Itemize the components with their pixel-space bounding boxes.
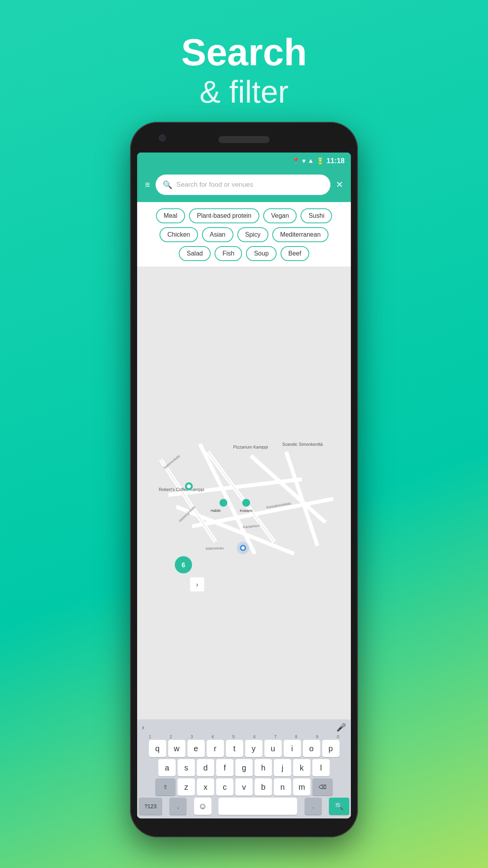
map-label-roberts: Robert's Coffee Kamppi (159, 487, 204, 492)
key-m[interactable]: m (293, 778, 310, 796)
keyboard-row-2: a s d f g h j k l (139, 759, 349, 776)
filter-chips-section: Meal Plant-based protein Vegan Sushi Chi… (137, 202, 351, 267)
header-section: Search & filter (181, 31, 307, 111)
key-e[interactable]: e (187, 740, 205, 757)
chip-plant-based[interactable]: Plant-based protein (189, 208, 259, 223)
key-l[interactable]: l (312, 759, 330, 776)
num-1: 1 (141, 734, 160, 739)
chip-spicy[interactable]: Spicy (237, 227, 268, 242)
key-b[interactable]: b (255, 778, 272, 796)
chip-beef[interactable]: Beef (281, 246, 309, 261)
num-0: 0 (328, 734, 347, 739)
key-v[interactable]: v (235, 778, 253, 796)
key-q[interactable]: q (149, 740, 166, 757)
chip-soup[interactable]: Soup (246, 246, 276, 261)
main-title-filter: & filter (181, 73, 307, 111)
chip-salad[interactable]: Salad (179, 246, 211, 261)
num-3: 3 (182, 734, 201, 739)
location-icon: 📍 (292, 157, 300, 165)
chip-fish[interactable]: Fish (215, 246, 242, 261)
search-bar[interactable]: 🔍 Search for food or venues (156, 175, 330, 195)
key-p[interactable]: p (322, 740, 339, 757)
battery-icon: 🔋 (316, 157, 324, 165)
num-5: 5 (224, 734, 243, 739)
num-2: 2 (161, 734, 180, 739)
user-location-center (242, 546, 245, 550)
signal-icon: ▲ (308, 157, 314, 164)
chip-mediterranean[interactable]: Mediterranean (272, 227, 328, 242)
numbers-key[interactable]: ?123 (139, 798, 162, 815)
phone-top-bar (137, 129, 351, 153)
chip-sushi[interactable]: Sushi (301, 208, 332, 223)
chip-meal[interactable]: Meal (156, 208, 185, 223)
key-d[interactable]: d (197, 759, 214, 776)
chip-chicken[interactable]: Chicken (160, 227, 198, 242)
phone-camera (159, 134, 166, 142)
key-c[interactable]: c (216, 778, 233, 796)
key-u[interactable]: u (264, 740, 282, 757)
shift-key[interactable]: ⇧ (155, 778, 176, 796)
backspace-key[interactable]: ⌫ (312, 778, 333, 796)
keyboard-bottom-row: ?123 , ☺ . 🔍 (139, 798, 349, 815)
map-pin-1-inner (187, 484, 191, 488)
close-button[interactable]: ✕ (336, 180, 343, 190)
key-n[interactable]: n (274, 778, 291, 796)
expand-icon: › (196, 581, 198, 588)
key-h[interactable]: h (255, 759, 272, 776)
keyboard-collapse-icon[interactable]: › (142, 723, 144, 732)
chip-vegan[interactable]: Vegan (263, 208, 297, 223)
num-4: 4 (203, 734, 222, 739)
emoji-key[interactable]: ☺ (194, 798, 211, 815)
key-s[interactable]: s (178, 759, 195, 776)
key-f[interactable]: f (216, 759, 233, 776)
map-pin-kuwano[interactable] (242, 499, 250, 507)
phone-screen: 📍 ▾ ▲ 🔋 11:18 ≡ 🔍 Search for food or ven… (137, 153, 351, 818)
comma-key[interactable]: , (169, 798, 187, 815)
phone-speaker (218, 136, 270, 143)
cluster-count: 6 (182, 562, 185, 568)
map-pin-habibi[interactable] (220, 499, 227, 507)
key-o[interactable]: o (303, 740, 320, 757)
key-r[interactable]: r (207, 740, 224, 757)
chip-asian[interactable]: Asian (202, 227, 233, 242)
map-label-scandic: Scandic Simonkenttä (282, 442, 323, 447)
key-k[interactable]: k (293, 759, 310, 776)
map-area[interactable]: Pizzarium Kamppi Scandic Simonkenttä Rob… (137, 267, 351, 719)
key-w[interactable]: w (168, 740, 185, 757)
status-time: 11:18 (327, 157, 345, 165)
map-label-pizzarium: Pizzarium Kamppi (233, 445, 268, 449)
search-input[interactable]: Search for food or venues (176, 181, 253, 189)
search-keyboard-key[interactable]: 🔍 (329, 798, 349, 815)
keyboard-row-3: ⇧ z x c v b n m ⌫ (139, 778, 349, 796)
keyboard-area: › 🎤 1 2 3 4 5 6 7 8 9 0 (137, 719, 351, 818)
hamburger-menu-icon[interactable]: ≡ (145, 180, 150, 189)
num-8: 8 (287, 734, 306, 739)
num-7: 7 (266, 734, 285, 739)
map-label-habibi: Habibi (211, 509, 220, 513)
key-j[interactable]: j (274, 759, 291, 776)
key-t[interactable]: t (226, 740, 243, 757)
map-street-malminkatu: Malminkatu (205, 546, 224, 551)
map-label-kuwano: Kuwano (240, 509, 252, 513)
phone-mockup: 📍 ▾ ▲ 🔋 11:18 ≡ 🔍 Search for food or ven… (130, 122, 358, 837)
keyboard-top-row: › 🎤 (139, 723, 349, 734)
status-bar: 📍 ▾ ▲ 🔋 11:18 (137, 153, 351, 169)
app-header: ≡ 🔍 Search for food or venues ✕ (137, 169, 351, 202)
search-icon: 🔍 (163, 180, 172, 189)
key-i[interactable]: i (284, 740, 301, 757)
num-9: 9 (308, 734, 327, 739)
period-key[interactable]: . (305, 798, 322, 815)
key-y[interactable]: y (245, 740, 262, 757)
key-g[interactable]: g (235, 759, 253, 776)
status-icons: 📍 ▾ ▲ 🔋 11:18 (292, 157, 345, 165)
key-a[interactable]: a (158, 759, 176, 776)
space-key[interactable] (218, 798, 297, 815)
keyboard-mic-icon[interactable]: 🎤 (336, 723, 346, 732)
wifi-icon: ▾ (302, 157, 305, 165)
keyboard-row-1: q w e r t y u i o p (139, 740, 349, 757)
num-6: 6 (245, 734, 264, 739)
keyboard-number-row: 1 2 3 4 5 6 7 8 9 0 (139, 734, 349, 739)
key-x[interactable]: x (197, 778, 214, 796)
main-title-search: Search (181, 31, 307, 73)
key-z[interactable]: z (178, 778, 195, 796)
